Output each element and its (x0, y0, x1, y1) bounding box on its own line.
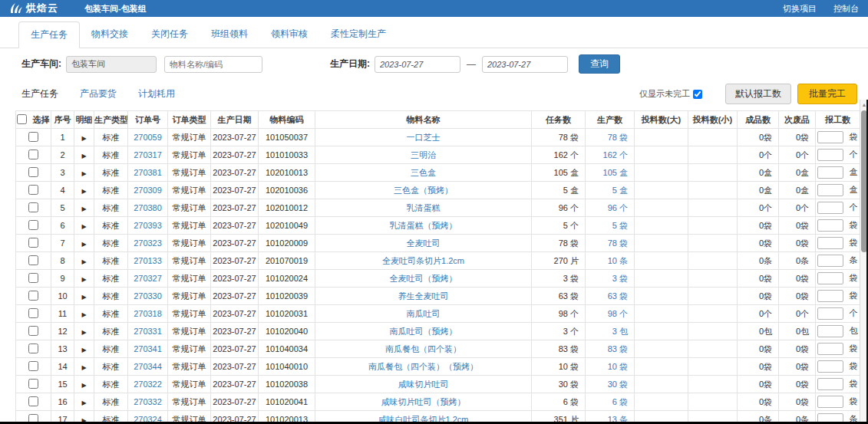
order-number-link[interactable]: 270059 (128, 129, 168, 146)
production-qty-link[interactable]: 78 袋 (586, 129, 635, 146)
default-report-count-button[interactable]: 默认报工数 (725, 84, 791, 104)
order-number-link[interactable]: 270309 (128, 182, 168, 199)
switch-project-link[interactable]: 切换项目 (783, 3, 817, 15)
row-select-checkbox[interactable] (28, 379, 38, 389)
material-name-link[interactable]: 全麦吐司条切片1.2cm (315, 252, 532, 270)
material-name-link[interactable]: 全麦吐司（预烤） (315, 270, 532, 288)
expand-row-icon[interactable]: ▶ (81, 241, 86, 248)
material-name-link[interactable]: 三色盒（预烤） (315, 182, 532, 199)
expand-row-icon[interactable]: ▶ (81, 153, 86, 159)
report-qty-input[interactable] (817, 131, 843, 143)
material-name-link[interactable]: 全麦吐司 (315, 235, 532, 252)
row-select-checkbox[interactable] (28, 167, 38, 177)
row-select-checkbox[interactable] (28, 185, 38, 195)
report-qty-input[interactable] (817, 325, 843, 337)
select-all-checkbox[interactable] (17, 114, 27, 124)
expand-row-icon[interactable]: ▶ (81, 170, 86, 177)
production-qty-link[interactable]: 78 袋 (586, 235, 635, 252)
tab-team-requisition[interactable]: 班组领料 (200, 21, 259, 48)
report-qty-input[interactable] (817, 343, 843, 355)
production-qty-link[interactable]: 83 袋 (586, 340, 635, 358)
order-number-link[interactable]: 270323 (128, 235, 168, 252)
expand-row-icon[interactable]: ▶ (81, 329, 86, 336)
tab-production-tasks[interactable]: 生产任务 (18, 21, 80, 48)
row-select-checkbox[interactable] (28, 396, 38, 406)
search-button[interactable]: 查询 (579, 54, 620, 74)
material-name-link[interactable]: 南瓜餐包（四个装）（预烤） (315, 358, 532, 376)
material-name-link[interactable]: 一口芝士 (315, 129, 532, 146)
row-select-checkbox[interactable] (28, 273, 38, 283)
order-number-link[interactable]: 270317 (128, 146, 168, 164)
row-select-checkbox[interactable] (28, 291, 38, 301)
expand-row-icon[interactable]: ▶ (81, 347, 86, 353)
expand-row-icon[interactable]: ▶ (81, 294, 86, 301)
date-from-input[interactable] (375, 56, 460, 73)
only-unfinished-checkbox[interactable] (693, 90, 702, 99)
row-select-checkbox[interactable] (28, 326, 38, 336)
report-qty-input[interactable] (817, 219, 843, 232)
production-qty-link[interactable]: 5 袋 (586, 217, 635, 235)
report-qty-input[interactable] (817, 255, 843, 267)
expand-row-icon[interactable]: ▶ (81, 399, 86, 406)
order-number-link[interactable]: 270318 (128, 305, 168, 323)
production-qty-link[interactable]: 98 个 (586, 305, 635, 323)
material-name-link[interactable]: 南瓜吐司（预烤） (315, 323, 532, 340)
date-to-input[interactable] (482, 56, 568, 73)
report-qty-input[interactable] (817, 396, 843, 408)
report-qty-input[interactable] (817, 360, 843, 373)
production-qty-link[interactable]: 162 个 (586, 146, 635, 164)
subtab-planned-consumption[interactable]: 计划耗用 (138, 87, 175, 100)
batch-finish-button[interactable]: 批量完工 (797, 84, 857, 104)
report-qty-input[interactable] (817, 202, 843, 214)
row-select-checkbox[interactable] (28, 132, 38, 142)
expand-row-icon[interactable]: ▶ (81, 188, 86, 195)
tab-flexible-production[interactable]: 柔性定制生产 (319, 21, 398, 48)
report-qty-input[interactable] (817, 149, 843, 161)
production-qty-link[interactable]: 3 包 (586, 323, 635, 340)
row-select-checkbox[interactable] (28, 308, 38, 318)
row-select-checkbox[interactable] (28, 150, 38, 159)
order-number-link[interactable]: 270331 (128, 323, 168, 340)
material-name-link[interactable]: 南瓜餐包（四个装） (315, 340, 532, 358)
material-name-link[interactable]: 咸味切片吐司（预烤） (315, 393, 532, 411)
material-name-link[interactable]: 南瓜吐司 (315, 305, 532, 323)
report-qty-input[interactable] (817, 290, 843, 302)
material-name-link[interactable]: 咸味切片吐司 (315, 376, 532, 393)
subtab-production-tasks[interactable]: 生产任务 (21, 87, 58, 100)
expand-row-icon[interactable]: ▶ (81, 223, 86, 230)
order-number-link[interactable]: 270344 (128, 358, 168, 376)
expand-row-icon[interactable]: ▶ (81, 135, 86, 142)
production-qty-link[interactable]: 10 袋 (586, 358, 635, 376)
material-name-link[interactable]: 养生全麦吐司 (315, 288, 532, 305)
material-name-link[interactable]: 乳清蛋糕 (315, 199, 532, 217)
material-search-input[interactable] (164, 56, 262, 73)
production-qty-link[interactable]: 63 袋 (586, 288, 635, 305)
production-qty-link[interactable]: 10 条 (586, 252, 635, 270)
production-qty-link[interactable]: 30 袋 (586, 376, 635, 393)
order-number-link[interactable]: 270330 (128, 288, 168, 305)
material-name-link[interactable]: 三色盒 (315, 164, 532, 182)
report-qty-input[interactable] (817, 307, 843, 320)
subtab-product-demand[interactable]: 产品要货 (80, 87, 117, 100)
expand-row-icon[interactable]: ▶ (81, 364, 86, 371)
tab-material-handover[interactable]: 物料交接 (80, 21, 140, 48)
material-name-link[interactable]: 三明治 (315, 146, 532, 164)
console-link[interactable]: 控制台 (833, 3, 859, 15)
order-number-link[interactable]: 270322 (128, 376, 168, 393)
order-number-link[interactable]: 270381 (128, 164, 168, 182)
production-qty-link[interactable]: 105 盒 (586, 164, 635, 182)
material-name-link[interactable]: 乳清蛋糕（预烤） (315, 217, 532, 235)
row-select-checkbox[interactable] (28, 255, 38, 265)
row-select-checkbox[interactable] (28, 343, 38, 353)
row-select-checkbox[interactable] (28, 202, 38, 212)
order-number-link[interactable]: 270332 (128, 393, 168, 411)
report-qty-input[interactable] (817, 272, 843, 284)
tab-close-tasks[interactable]: 关闭任务 (140, 21, 200, 48)
order-number-link[interactable]: 270393 (128, 217, 168, 235)
order-number-link[interactable]: 270380 (128, 199, 168, 217)
expand-row-icon[interactable]: ▶ (81, 382, 86, 389)
report-qty-input[interactable] (817, 237, 843, 249)
production-qty-link[interactable]: 5 盒 (586, 182, 635, 199)
order-number-link[interactable]: 270327 (128, 270, 168, 288)
report-qty-input[interactable] (817, 166, 843, 179)
